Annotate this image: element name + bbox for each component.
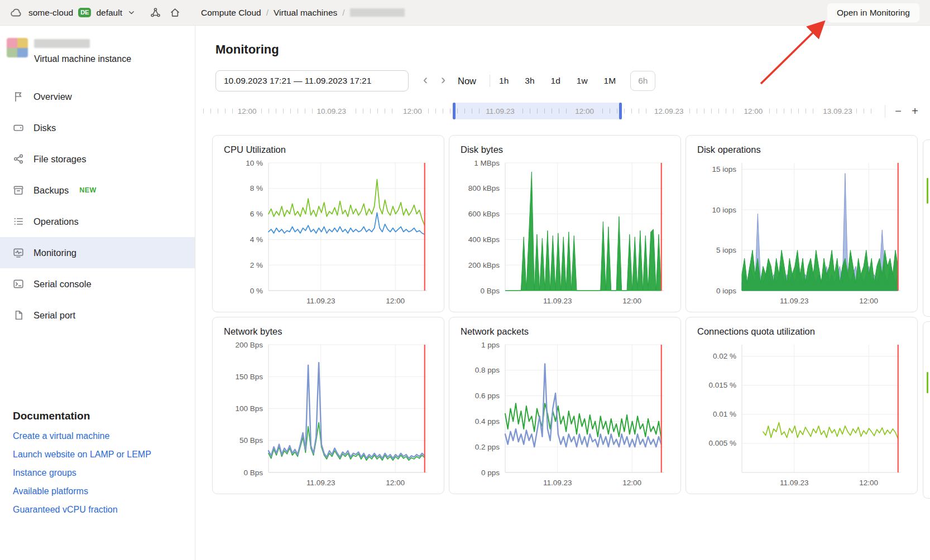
svg-text:8 %: 8 % [250,184,263,192]
chart-title: Disk bytes [461,144,672,155]
zoom-in-button[interactable]: + [908,105,922,118]
backups-icon [13,185,24,196]
vm-name-redacted [350,8,405,17]
chart-plot[interactable]: 1 pps0.8 pps0.6 pps0.4 pps0.2 pps0 pps11… [458,339,672,489]
chart-card-cpu-utilization: CPU Utilization10 %8 %6 %4 %2 %0 %11.09.… [212,135,444,312]
range-preset-1d[interactable]: 1d [551,76,560,86]
svg-text:0 pps: 0 pps [481,469,500,477]
page-title: Monitoring [215,42,930,57]
doc-link-available-platforms[interactable]: Available platforms [13,486,195,496]
svg-text:11.09.23: 11.09.23 [306,479,335,487]
selection-left-handle[interactable] [453,103,456,119]
sidebar-item-label: Monitoring [33,248,76,258]
disk-icon [13,122,24,133]
chart-plot[interactable]: 15 iops10 iops5 iops0 iops11.09.2312:00 [695,157,908,307]
range-preset-1h[interactable]: 1h [499,76,509,86]
doc-link-instance-groups[interactable]: Instance groups [13,468,195,478]
svg-text:11.09.23: 11.09.23 [306,297,335,305]
documentation-heading: Documentation [13,410,195,422]
open-in-monitoring-button[interactable]: Open in Monitoring [827,3,920,23]
svg-text:1 MBps: 1 MBps [474,159,500,167]
now-button[interactable]: Now [458,76,476,86]
svg-text:4 %: 4 % [250,235,263,244]
timeline-label: 13.09.23 [819,107,856,115]
sidebar-item-operations[interactable]: Operations [0,206,195,237]
breadcrumb-virtual-machines[interactable]: Virtual machines [274,8,337,18]
chart-plot[interactable]: 10 %8 %6 %4 %2 %0 %11.09.2312:00 [222,157,435,307]
chart-card-disk-bytes: Disk bytes1 MBps800 kBps600 kBps400 kBps… [449,135,681,312]
chart-card-disk-operations: Disk operations15 iops10 iops5 iops0 iop… [685,135,918,312]
svg-text:12:00: 12:00 [859,479,878,487]
new-badge: NEW [79,186,96,194]
chart-plot[interactable]: 200 Bps150 Bps100 Bps50 Bps0 Bps11.09.23… [222,339,435,489]
svg-text:12:00: 12:00 [859,297,878,305]
sidebar-item-backups[interactable]: BackupsNEW [0,175,195,206]
timeline-ruler[interactable]: 12:0010.09.2312:0011.09.2312:0012.09.231… [203,103,878,119]
svg-text:0.02 %: 0.02 % [713,352,736,360]
charts-grid: CPU Utilization10 %8 %6 %4 %2 %0 %11.09.… [212,135,918,494]
sidebar-item-label: File storages [33,154,86,165]
svg-text:2 %: 2 % [250,261,263,269]
selection-right-handle[interactable] [619,103,622,119]
vm-header: Virtual machine instance [0,38,195,64]
next-column-chart-sliver [923,321,930,499]
zoom-out-button[interactable]: − [891,105,905,118]
sidebar-item-monitoring[interactable]: Monitoring [0,237,195,268]
breadcrumb-separator: / [342,8,344,18]
timeline-zoom-controls: − + [885,105,922,118]
doc-link-launch-website-on-lamp-or-lemp[interactable]: Launch website on LAMP or LEMP [13,450,195,460]
sidebar-item-label: Operations [33,216,79,227]
file-storages-icon [13,153,24,165]
sidebar-item-serial-port[interactable]: Serial port [0,300,195,331]
svg-text:12:00: 12:00 [386,297,405,305]
sidebar-item-serial-console[interactable]: Serial console [0,268,195,300]
doc-link-create-a-virtual-machine[interactable]: Create a virtual machine [13,431,195,441]
documentation-section: Documentation Create a virtual machineLa… [0,410,195,515]
range-6h-pill[interactable]: 6h [630,71,655,91]
chart-plot[interactable]: 0.02 %0.015 %0.01 %0.005 %11.09.2312:00 [695,339,908,489]
range-preset-3h[interactable]: 3h [525,76,534,86]
timeline-label: 10.09.23 [313,107,350,115]
serial-console-icon [13,278,24,289]
svg-text:200 kBps: 200 kBps [468,261,500,269]
next-range-button[interactable]: › [434,73,452,89]
timeline-row: 12:0010.09.2312:0011.09.2312:0012.09.231… [203,102,922,120]
sidebar-item-label: Disks [33,123,56,133]
services-icon[interactable] [148,6,163,20]
breadcrumb-compute-cloud[interactable]: Compute Cloud [201,8,261,18]
svg-text:150 Bps: 150 Bps [235,373,263,381]
svg-text:12:00: 12:00 [622,297,641,305]
timeline-label: 11.09.23 [482,107,519,115]
sidebar-item-file-storages[interactable]: File storages [0,143,195,175]
breadcrumb-separator: / [266,8,269,18]
date-range-input[interactable]: 10.09.2023 17:21 — 11.09.2023 17:21 [215,70,409,91]
range-preset-1w[interactable]: 1w [577,76,588,86]
chart-title: Disk operations [697,144,908,155]
home-icon[interactable] [168,6,183,20]
sidebar-item-overview[interactable]: Overview [0,81,195,112]
topbar: some-cloud DE default Compute Cloud / Vi… [0,0,930,26]
svg-text:12:00: 12:00 [622,479,641,487]
sidebar-item-label: Overview [33,91,72,102]
monitoring-icon [13,247,24,258]
chart-title: Network bytes [224,326,435,337]
sidebar: Virtual machine instance OverviewDisksFi… [0,26,195,560]
chevron-down-icon[interactable] [127,8,136,17]
svg-text:15 iops: 15 iops [712,165,736,173]
vm-name-redacted [34,39,90,48]
chart-plot[interactable]: 1 MBps800 kBps600 kBps400 kBps200 kBps0 … [458,157,672,307]
svg-text:800 kBps: 800 kBps [468,184,500,192]
env-name[interactable]: default [96,8,122,18]
svg-text:11.09.23: 11.09.23 [780,479,809,487]
date-range-value: 10.09.2023 17:21 — 11.09.2023 17:21 [224,76,371,86]
svg-text:0.2 pps: 0.2 pps [475,443,500,451]
env-badge: DE [78,8,91,17]
doc-link-guaranteed-vcpu-fraction[interactable]: Guaranteed vCPU fraction [13,505,195,515]
range-preset-1m[interactable]: 1M [604,76,616,86]
sidebar-item-disks[interactable]: Disks [0,112,195,143]
svg-text:0 Bps: 0 Bps [480,287,500,295]
brand-name[interactable]: some-cloud [28,8,73,18]
svg-text:10 iops: 10 iops [712,206,736,214]
prev-range-button[interactable]: ‹ [416,73,434,89]
svg-text:50 Bps: 50 Bps [239,436,263,445]
